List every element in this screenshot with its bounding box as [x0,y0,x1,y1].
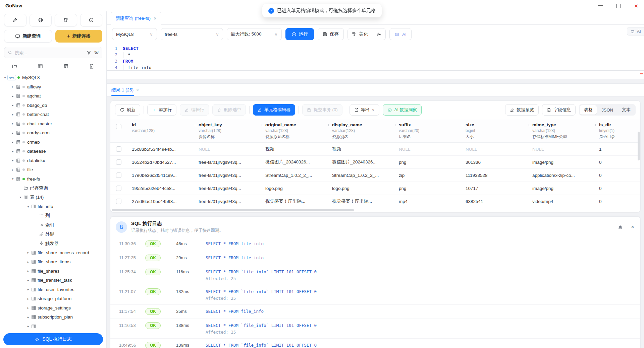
table-cell[interactable]: logo.png [327,186,394,191]
cell-editor-button[interactable]: 单元格编辑器 [253,104,295,116]
add-row-button[interactable]: ＋ 添加行 [147,104,176,116]
tree-item-mysql8[interactable]: ▾MySQLMySQL8 [0,73,106,82]
table-cell[interactable]: application/x-zip-co... [528,173,594,178]
table-cell[interactable]: png [394,160,461,165]
table-cell[interactable]: 301336 [461,160,528,165]
minimize-button[interactable] [598,5,603,6]
table-cell[interactable]: logo.png [261,186,327,191]
editor-tab[interactable]: 新建查询 (free-fs) × [111,12,161,25]
caret-closed-icon[interactable]: ▸ [26,306,31,309]
tree-item-crmeb[interactable]: ▸crmeb [0,138,106,147]
table-cell[interactable]: 111933528 [461,173,528,178]
new-connection-button[interactable]: + 新建连接 [55,30,103,43]
caret-closed-icon[interactable]: ▸ [10,131,15,135]
table-cell[interactable]: 10717 [461,186,528,191]
table-cell[interactable]: StreamCap_1.0.2_2_... [261,173,327,178]
tree-item-[interactable]: 列 [0,211,106,221]
caret-closed-icon[interactable]: ▸ [10,159,15,162]
tree-item-cordys-crm[interactable]: ▸cordys-crm [0,128,106,138]
tree-item-file_share_access_record[interactable]: ▸file_share_access_record [0,248,106,258]
code-line-2[interactable]: 2* [107,52,644,58]
table-row[interactable]: 15c83b5f534f49e4b...NULL视频视频NULLNULLNULL… [110,143,640,156]
table-cell[interactable]: 微信图片_20240326... [261,159,327,165]
table-cell[interactable]: NULL [528,147,594,152]
database-select[interactable]: free-fs∨ [161,28,223,40]
tree-item-[interactable]: 索引 [0,220,106,230]
table-cell[interactable]: NULL [461,147,528,152]
table-row[interactable]: 27edf6ac105c44598...free-fs/01jrvgs943q.… [110,195,640,208]
view-table[interactable]: 表格 [580,105,597,115]
table-row[interactable]: 17e0be36c2f541ce9...free-fs/01jrvgs943q.… [110,169,640,182]
row-checkbox[interactable] [116,172,121,178]
log-entry[interactable]: 11:17:54OK35msSELECT * FROM file_info [110,305,640,319]
tree-item-aqchat[interactable]: ▸aqchat [0,91,106,101]
results-tab[interactable]: 结果 1 (25) × [111,84,139,96]
table-cell[interactable]: 27edf6ac105c44598... [127,199,194,204]
table-cell[interactable]: image/png [528,160,594,165]
smart-filter-toggle[interactable]: 智 [94,50,99,56]
caret-open-icon[interactable]: ▾ [26,205,31,208]
select-all-checkbox[interactable] [116,124,121,129]
tree-item-chat_master[interactable]: ▸chat_master [0,119,106,129]
table-cell[interactable]: free-fs/01jrvgs943q... [194,186,261,191]
table-cell[interactable]: 视觉盛宴！库里隔... [261,198,327,204]
run-button[interactable]: 运行 [285,28,314,40]
theme-button[interactable] [55,14,77,26]
search-input[interactable] [15,50,84,55]
log-entry[interactable]: 11:21:07OK132msSELECT * FROM `file_info`… [110,285,640,305]
table-cell[interactable]: 17e0be36c2f541ce9... [127,173,194,178]
table-cell[interactable]: video/mp4 [528,199,594,204]
table-cell[interactable]: 1952e5c62eb44ce8... [127,186,194,191]
field-info-button[interactable]: 字段信息 [542,104,576,116]
table-cell[interactable]: free-fs/01jrvgs943q... [194,160,261,165]
column-header-object_key[interactable]: object_keyvarchar(128)资源名称 [194,119,261,142]
table-cell[interactable]: 16524b2d70bd4527... [127,160,194,165]
horizontal-scrollbar[interactable] [110,208,640,212]
code-line-3[interactable]: 3FROM [107,58,644,64]
table-row[interactable]: 16524b2d70bd4527...free-fs/01jrvgs943q..… [110,156,640,169]
refresh-button[interactable]: 刷新 [115,104,140,116]
close-log-icon[interactable]: × [631,224,634,230]
view-json[interactable]: JSON [597,106,617,114]
caret-closed-icon[interactable]: ▸ [26,288,31,291]
tree-item-file_user_favorites[interactable]: ▸file_user_favorites [0,285,106,294]
connection-select[interactable]: MySQL8∨ [112,28,157,40]
tab-close-icon[interactable]: × [136,88,139,92]
close-button[interactable]: × [634,3,638,9]
table-cell[interactable]: mp4 [394,199,461,204]
caret-closed-icon[interactable]: ▸ [26,325,31,328]
caret-closed-icon[interactable]: ▸ [10,122,15,125]
caret-closed-icon[interactable]: ▸ [26,251,31,254]
tree-item-file_shares[interactable]: ▸file_shares [0,267,106,276]
column-header-size[interactable]: sizebigint大小 [461,119,528,142]
tree-item-[interactable]: 触发器 [0,239,106,248]
table-cell[interactable]: 视觉盛宴！库里隔... [327,198,394,204]
vertical-scrollbar-thumb[interactable] [638,132,640,160]
tree-item[interactable]: ▸ [0,322,106,331]
row-checkbox[interactable] [116,199,121,204]
caret-closed-icon[interactable]: ▸ [26,279,31,282]
table-cell[interactable]: NULL [394,147,461,152]
tree-item-[interactable]: 已存查询 [0,184,106,193]
ai-assistant-button[interactable]: AI [389,28,412,40]
clear-log-icon[interactable] [618,224,623,230]
caret-closed-icon[interactable]: ▸ [26,260,31,264]
sql-log-button[interactable]: SQL 执行日志 [3,333,103,345]
tree-item-file[interactable]: ▸file [0,165,106,175]
ai-insight-button[interactable]: AI 数据洞察 [383,104,422,116]
table-cell[interactable]: 视频 [261,146,327,152]
tree-item-14[interactable]: ▾表 (14) [0,193,106,202]
caret-open-icon[interactable]: ▾ [10,177,15,181]
tree-item-[interactable]: 外键 [0,230,106,239]
tree-item-subscription_plan[interactable]: ▸subscription_plan [0,312,106,322]
export-button[interactable]: 导出 ∨ [350,104,379,116]
table-cell[interactable]: 视频 [327,146,394,152]
tab-tables-icon[interactable] [38,64,43,69]
settings-button[interactable] [372,28,385,40]
tools-button[interactable] [4,14,26,26]
table-cell[interactable]: StreamCap_1.0.2_2_... [327,173,394,178]
caret-closed-icon[interactable]: ▸ [10,113,15,116]
column-header-is_dir[interactable]: is_dirtinyint(1)是否目录 [594,119,640,142]
table-cell[interactable]: 0 [594,186,640,191]
table-cell[interactable]: 0 [594,160,640,165]
